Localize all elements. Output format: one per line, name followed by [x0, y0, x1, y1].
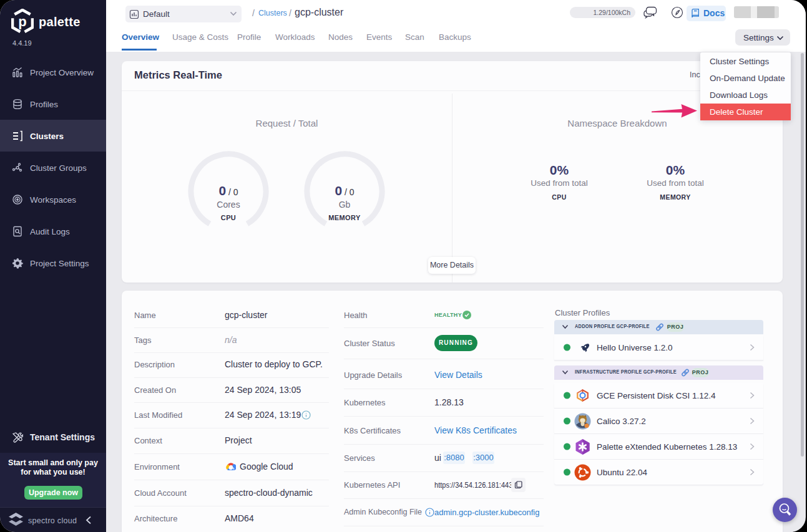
- svg-text:p: p: [18, 14, 26, 29]
